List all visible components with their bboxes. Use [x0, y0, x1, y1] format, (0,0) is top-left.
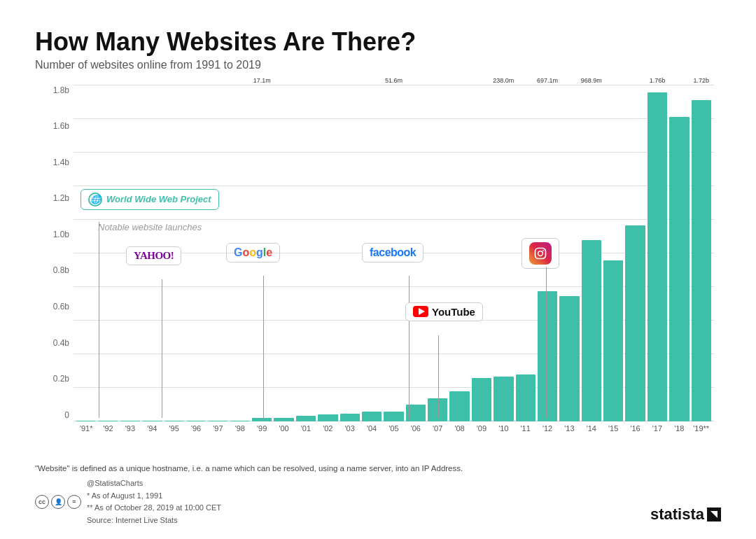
annotation-google: Google — [226, 243, 280, 262]
bar — [296, 416, 316, 421]
wwwp-line — [99, 222, 99, 418]
footer-notes: @StatistaCharts * As of August 1, 1991 *… — [87, 477, 221, 526]
svg-point-2 — [542, 250, 544, 251]
facebook-line — [409, 276, 410, 419]
bar-value-label: 51.6m — [385, 77, 402, 84]
x-label: '04 — [362, 424, 382, 433]
y-label-02: 0.2b — [35, 374, 74, 384]
bar — [669, 117, 689, 421]
youtube-icon — [413, 306, 428, 317]
x-label: '98 — [230, 424, 250, 433]
x-label: '10 — [493, 424, 513, 433]
bar — [538, 291, 557, 421]
youtube-label: YouTube — [432, 306, 475, 318]
bar — [648, 92, 667, 421]
bar-group — [625, 85, 645, 421]
y-label-04: 0.4b — [35, 338, 74, 348]
annotation-instagram — [522, 238, 559, 269]
x-label: '06 — [406, 424, 426, 433]
bar-value-label: 968.9m — [581, 77, 602, 84]
annotation-yahoo: YAHOO! — [126, 246, 181, 265]
y-label-10: 1.0b — [35, 230, 74, 239]
x-label: '96 — [186, 424, 206, 433]
bar — [340, 414, 360, 421]
yahoo-line — [162, 279, 162, 418]
bar-group — [559, 85, 579, 421]
bar-group — [318, 85, 337, 421]
footer: "Website" is defined as a unique hostnam… — [35, 462, 721, 527]
statista-icon — [707, 507, 721, 522]
annotation-youtube: YouTube — [405, 302, 483, 321]
globe-icon: 🌐 — [88, 192, 102, 206]
x-label: '16 — [625, 424, 645, 433]
bar-value-label: 1.72b — [693, 77, 709, 84]
x-label: '95 — [164, 424, 184, 433]
bar — [384, 412, 403, 421]
chart-title: How Many Websites Are There? — [35, 28, 721, 56]
x-label: '97 — [208, 424, 227, 433]
bar-value-label: 17.1m — [253, 77, 271, 84]
svg-point-1 — [538, 251, 543, 255]
equals-icon: = — [67, 495, 81, 509]
bar-group — [208, 85, 227, 421]
x-label: '99 — [252, 424, 272, 433]
google-label: Google — [234, 246, 272, 258]
x-label: '93 — [120, 424, 140, 433]
note1-text: * As of August 1, 1991 — [87, 490, 221, 503]
y-label-06: 0.6b — [35, 302, 74, 312]
x-label: '11 — [516, 424, 536, 433]
footer-bottom: cc 👤 = @StatistaCharts * As of August 1,… — [35, 477, 721, 526]
x-label: '14 — [582, 424, 601, 433]
bar — [493, 377, 513, 421]
bar-group: 968.9m — [582, 85, 601, 421]
x-label: '09 — [472, 424, 491, 433]
bar-group — [603, 85, 623, 421]
bar — [582, 240, 601, 421]
x-axis: '91*'92'93'94'95'96'97'98'99'00'01'02'03… — [74, 421, 714, 456]
bar-group — [449, 85, 469, 421]
bar-value-label: 1.76b — [650, 77, 666, 84]
statista-text: statista — [650, 502, 704, 526]
google-line — [263, 276, 264, 419]
bar-group — [98, 85, 118, 421]
footer-left: cc 👤 = @StatistaCharts * As of August 1,… — [35, 477, 221, 526]
y-label-18: 1.8b — [35, 85, 74, 95]
wwwp-label: World Wide Web Project — [106, 194, 211, 204]
bar-group: 1.72b — [692, 85, 711, 421]
x-label: '91* — [76, 424, 96, 433]
bar — [625, 225, 645, 421]
note2-text: ** As of October 28, 2019 at 10:00 CET — [87, 502, 221, 514]
bar-group — [296, 85, 316, 421]
bar — [449, 391, 469, 421]
bar — [559, 296, 579, 421]
bar-value-label: 697.1m — [537, 77, 558, 84]
x-label: '92 — [98, 424, 118, 433]
bar-group — [472, 85, 491, 421]
cc-icons: cc 👤 = — [35, 495, 81, 509]
x-label: '13 — [559, 424, 579, 433]
x-label: '02 — [318, 424, 337, 433]
notable-label: Notable website launches — [98, 222, 202, 232]
y-label-0: 0 — [35, 410, 74, 420]
youtube-line — [438, 335, 439, 418]
yahoo-label: YAHOO! — [134, 250, 174, 261]
handle-text: @StatistaCharts — [87, 477, 221, 490]
y-label-16: 1.6b — [35, 121, 74, 131]
y-label-14: 1.4b — [35, 158, 74, 167]
bar-group: 238.0m — [493, 85, 513, 421]
bar — [362, 412, 382, 421]
bar — [472, 378, 491, 421]
x-label: '00 — [274, 424, 293, 433]
chart-area: 0 0.2b 0.4b 0.6b 0.8b 1.0b 1.2b 1.4b 1.6… — [35, 85, 721, 456]
annotation-facebook: facebook — [362, 243, 424, 262]
bar — [516, 374, 536, 421]
facebook-label: facebook — [370, 246, 416, 258]
x-label: '15 — [603, 424, 623, 433]
x-label: '12 — [538, 424, 557, 433]
y-axis: 0 0.2b 0.4b 0.6b 0.8b 1.0b 1.2b 1.4b 1.6… — [35, 85, 74, 421]
x-label: '18 — [669, 424, 689, 433]
x-label: '05 — [384, 424, 403, 433]
chart-subtitle: Number of websites online from 1991 to 2… — [35, 59, 721, 71]
bar-group — [669, 85, 689, 421]
bar — [692, 100, 711, 421]
